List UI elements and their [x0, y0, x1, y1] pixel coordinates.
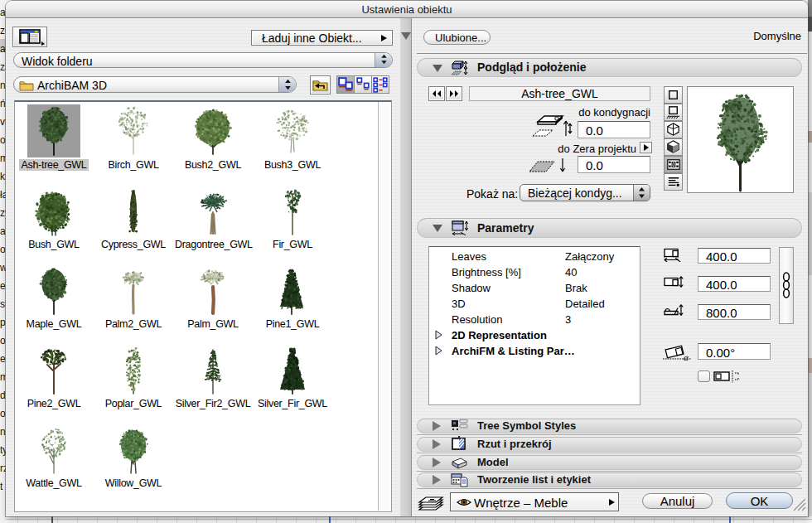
- svg-text:α: α: [684, 352, 689, 361]
